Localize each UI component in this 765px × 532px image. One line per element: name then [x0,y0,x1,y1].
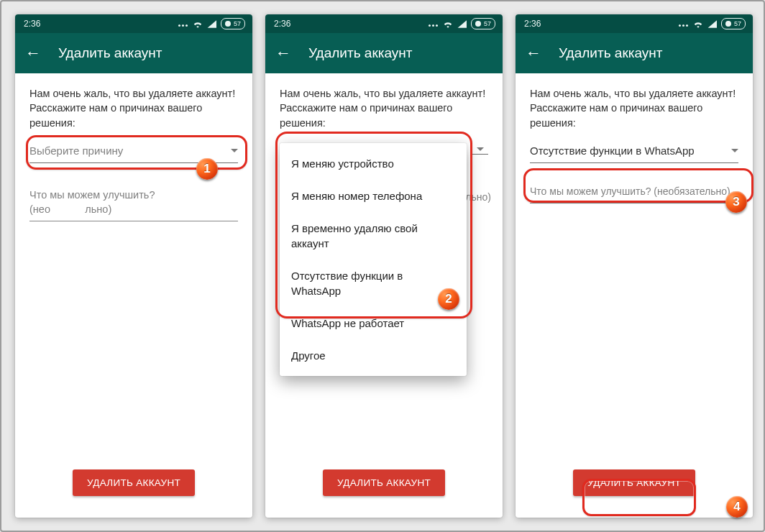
reason-option[interactable]: WhatsApp не работает [280,307,467,339]
tutorial-composite: 2:36 57 ← Удалить аккаунт Нам очень жаль… [0,0,765,532]
dots-icon [428,19,439,29]
status-right: 57 [178,18,245,29]
app-bar: ← Удалить аккаунт [516,33,753,73]
chevron-down-icon [231,149,238,152]
back-icon[interactable]: ← [25,45,41,61]
status-time: 2:36 [524,19,541,29]
reason-dropdown[interactable]: Выберите причину [29,143,238,163]
page-title: Удалить аккаунт [308,45,412,61]
delete-button-row: УДАЛИТЬ АККАУНТ [15,469,252,496]
intro-text: Нам очень жаль, что вы удаляете аккаунт!… [29,86,238,130]
feedback-placeholder: Что мы можем улучшить? (необязательно) [530,185,730,197]
feedback-placeholder-right: льно) [85,203,111,215]
chevron-down-icon [477,147,484,151]
feedback-input[interactable]: Что мы можем улучшить? (неоXXXXXльно) [29,188,238,222]
delete-account-button[interactable]: УДАЛИТЬ АККАУНТ [573,469,695,496]
status-time: 2:36 [274,19,290,29]
delete-account-button[interactable]: УДАЛИТЬ АККАУНТ [73,469,195,496]
app-bar: ← Удалить аккаунт [265,33,503,73]
reason-option[interactable]: Отсутствие функции в WhatsApp [280,260,467,307]
status-bar: 2:36 57 [265,14,503,33]
wifi-icon [193,20,203,28]
dots-icon [178,19,188,29]
delete-account-button[interactable]: УДАЛИТЬ АККАУНТ [323,469,445,496]
phone-screen-1: 2:36 57 ← Удалить аккаунт Нам очень жаль… [15,14,252,518]
reason-selected: Отсутствие функции в WhatsApp [530,143,695,158]
page-title: Удалить аккаунт [559,45,662,61]
phone-screen-3: 2:36 57 ← Удалить аккаунт Нам очень жаль… [516,14,753,518]
delete-button-row: УДАЛИТЬ АККАУНТ [516,469,753,496]
intro-text: Нам очень жаль, что вы удаляете аккаунт!… [530,86,738,130]
status-right: 57 [428,18,495,29]
intro-text: Нам очень жаль, что вы удаляете аккаунт!… [280,86,488,130]
battery-indicator: 57 [221,18,245,29]
back-icon[interactable]: ← [526,45,541,61]
reason-dropdown-collapsed-peek [472,147,488,155]
reason-dropdown[interactable]: Отсутствие функции в WhatsApp [530,143,738,163]
wifi-icon [443,20,453,28]
delete-button-row: УДАЛИТЬ АККАУНТ [265,469,503,496]
signal-icon [457,20,467,28]
phone-screen-2: 2:36 57 ← Удалить аккаунт Нам очень жаль… [265,14,503,518]
chevron-down-icon [731,149,738,152]
feedback-placeholder-peek: льно) [465,191,491,205]
screen2-content: Нам очень жаль, что вы удаляете аккаунт!… [265,73,503,518]
reason-options-panel: Я меняю устройство Я меняю номер телефон… [280,143,467,376]
reason-placeholder: Выберите причину [29,143,123,158]
page-title: Удалить аккаунт [58,45,162,61]
battery-indicator: 57 [721,18,746,29]
battery-indicator: 57 [471,18,495,29]
screen3-content: Нам очень жаль, что вы удаляете аккаунт!… [516,73,753,518]
reason-dropdown-open-area: льно) Я меняю устройство Я меняю номер т… [280,143,488,316]
status-time: 2:36 [24,19,40,29]
dots-icon [678,19,689,29]
reason-option[interactable]: Я временно удаляю свой аккаунт [280,212,467,260]
status-bar: 2:36 57 [15,14,252,33]
reason-option[interactable]: Я меняю номер телефона [280,180,467,212]
screen1-content: Нам очень жаль, что вы удаляете аккаунт!… [15,73,252,518]
app-bar: ← Удалить аккаунт [15,33,252,73]
feedback-input[interactable]: Что мы можем улучшить? (необязательно) [530,185,738,204]
reason-option[interactable]: Я меняю устройство [280,147,467,180]
reason-option[interactable]: Другое [280,339,467,372]
wifi-icon [693,20,703,28]
status-bar: 2:36 57 [516,14,753,33]
status-right: 57 [678,18,746,29]
back-icon[interactable]: ← [275,45,291,61]
signal-icon [707,20,717,28]
signal-icon [207,20,216,28]
